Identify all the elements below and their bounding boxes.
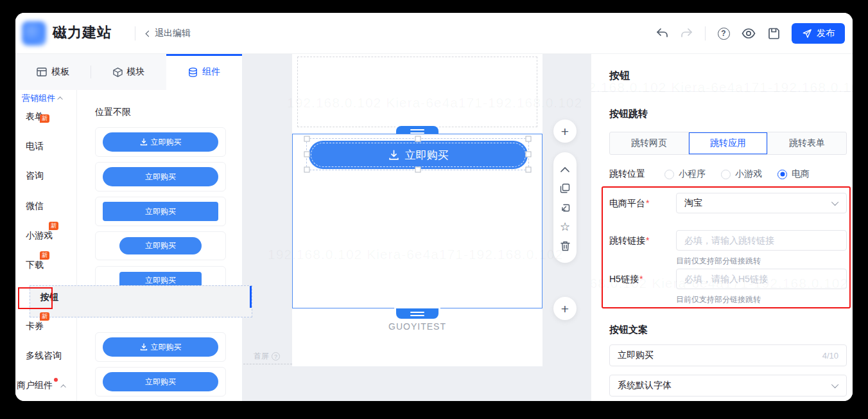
favorite-star-icon[interactable]: ☆ xyxy=(559,220,571,233)
empty-section[interactable] xyxy=(297,57,537,127)
move-to-library-icon[interactable] xyxy=(559,201,571,214)
button-text-input[interactable] xyxy=(618,350,817,361)
radio-icon xyxy=(721,170,731,179)
header-divider xyxy=(135,26,135,40)
preview-button-card[interactable]: 立即购买 xyxy=(95,127,226,157)
sidebar-item-download[interactable]: 下载 新 xyxy=(15,254,77,276)
publish-button[interactable]: 发布 xyxy=(792,23,845,44)
selection-box[interactable]: 立即购买 xyxy=(306,138,529,170)
top-header: 磁力建站 退出编辑 ? 发布 xyxy=(15,13,853,54)
required-mark: * xyxy=(646,198,649,208)
h5-link-input[interactable] xyxy=(684,274,838,284)
jump-section-title: 按钮跳转 xyxy=(609,108,648,120)
sidebar-item-phone[interactable]: 电话 xyxy=(15,135,77,157)
exit-edit-button[interactable]: 退出编辑 xyxy=(146,28,191,39)
app-title: 磁力建站 xyxy=(53,23,112,42)
section-any-position: 位置不限 xyxy=(95,107,131,118)
h5-link-label: H5链接* xyxy=(609,274,643,285)
settings-panel: 192.168.0.102 Kiera-6e4a171-192.168.0.10… xyxy=(591,54,853,401)
help-icon[interactable]: ? xyxy=(272,352,280,361)
site-name-text: GUOYITEST xyxy=(292,321,542,332)
canvas-buy-button[interactable]: 立即购买 xyxy=(309,141,528,169)
help-icon[interactable]: ? xyxy=(716,26,731,40)
save-icon[interactable] xyxy=(767,26,781,40)
header-divider xyxy=(705,26,706,40)
radio-minigame[interactable]: 小游戏 xyxy=(721,168,762,180)
new-badge: 新 xyxy=(40,312,49,321)
resize-handle[interactable] xyxy=(304,167,310,173)
divider xyxy=(591,91,853,92)
preview-button-card[interactable]: 立即购买 xyxy=(95,162,226,192)
chevron-left-icon xyxy=(146,30,152,37)
add-section-button[interactable]: + xyxy=(553,297,577,320)
font-select[interactable]: 系统默认字体 xyxy=(609,375,847,397)
resize-handle[interactable] xyxy=(415,167,421,173)
resize-handle[interactable] xyxy=(526,136,532,142)
first-screen-fold-line xyxy=(243,364,292,364)
sidebar-item-multiline-consult[interactable]: 多线咨询 xyxy=(15,344,77,366)
module-cube-icon xyxy=(113,67,123,77)
sidebar-item-coupon[interactable]: 卡券 新 xyxy=(15,315,77,337)
redo-icon[interactable] xyxy=(680,26,694,40)
required-mark: * xyxy=(639,274,643,284)
download-icon xyxy=(140,343,148,351)
tab-component[interactable]: 组件 xyxy=(166,54,242,90)
app-logo xyxy=(22,21,46,46)
jump-type-tabs: 跳转网页 跳转应用 跳转表单 xyxy=(609,132,847,155)
group-marketing-components[interactable]: 营销组件 xyxy=(22,93,63,104)
undo-icon[interactable] xyxy=(655,26,669,40)
app-window: 磁力建站 退出编辑 ? 发布 xyxy=(15,13,853,401)
radio-checked-icon xyxy=(777,170,787,179)
sidebar-item-minigame[interactable]: 小游戏 新 xyxy=(15,224,77,246)
resize-handle[interactable] xyxy=(415,136,421,142)
delete-trash-icon[interactable] xyxy=(559,240,571,253)
tab-jump-app[interactable]: 跳转应用 xyxy=(689,132,768,154)
preview-button-card[interactable]: 立即购买 xyxy=(95,197,226,226)
tab-module[interactable]: 模块 xyxy=(91,54,167,90)
sidebar-item-consult[interactable]: 咨询 xyxy=(15,165,77,186)
first-screen-label: 首屏 ? xyxy=(254,351,280,362)
sidebar-item-form[interactable]: 表单 新 xyxy=(15,105,77,127)
jump-link-label: 跳转链接* xyxy=(609,235,649,247)
platform-label: 电商平台* xyxy=(609,198,649,209)
platform-select[interactable]: 淘宝 xyxy=(676,193,847,213)
preview-button-card[interactable]: 立即购买 xyxy=(95,332,226,362)
header-actions: ? 发布 xyxy=(655,13,845,54)
group-merchant-components[interactable]: 商户组件 xyxy=(15,374,77,396)
watermark: 192.168.0.102 Kiera-6e4a171-192.168.0.10… xyxy=(591,80,853,95)
button-text-input-wrap: 4/10 xyxy=(609,344,847,366)
preview-button-card[interactable]: 立即购买 xyxy=(95,367,226,397)
new-badge: 新 xyxy=(40,251,49,260)
section-drag-handle[interactable] xyxy=(396,308,438,319)
chevron-up-icon xyxy=(60,384,65,389)
radio-miniprogram[interactable]: 小程序 xyxy=(664,168,706,180)
jump-position-row: 跳转位置 小程序 小游戏 电商 xyxy=(609,168,810,180)
h5-link-helper: 目前仅支持部分链接跳转 xyxy=(676,294,761,305)
duplicate-icon[interactable] xyxy=(559,182,571,195)
preview-eye-icon[interactable] xyxy=(742,26,756,40)
tab-template[interactable]: 模板 xyxy=(15,54,91,90)
jump-link-input[interactable] xyxy=(684,235,838,245)
resize-handle[interactable] xyxy=(304,152,310,157)
tab-jump-form[interactable]: 跳转表单 xyxy=(768,132,846,154)
download-icon xyxy=(388,150,399,161)
section-toolbar: ☆ xyxy=(553,152,577,263)
required-mark: * xyxy=(646,235,649,245)
preview-button-card[interactable]: 立即购买 xyxy=(95,231,226,260)
collapse-icon[interactable] xyxy=(559,163,571,175)
tab-jump-webpage[interactable]: 跳转网页 xyxy=(610,132,689,154)
add-section-button[interactable]: + xyxy=(553,120,577,143)
radio-ecommerce[interactable]: 电商 xyxy=(777,168,810,180)
resize-handle[interactable] xyxy=(526,152,532,157)
exit-edit-label: 退出编辑 xyxy=(155,28,191,39)
resize-handle[interactable] xyxy=(304,136,310,142)
h5-link-input-wrap xyxy=(676,269,847,289)
page-canvas: 立即购买 GUOYITEST xyxy=(292,54,542,366)
radio-icon xyxy=(664,170,674,179)
sidebar-item-wechat[interactable]: 微信 xyxy=(15,195,77,217)
sidebar-item-button[interactable]: 按钮 xyxy=(30,285,252,317)
resize-handle[interactable] xyxy=(526,167,532,173)
jump-link-helper: 目前仅支持部分链接跳转 xyxy=(676,256,761,267)
component-stack-icon xyxy=(188,67,198,77)
publish-label: 发布 xyxy=(817,28,835,39)
